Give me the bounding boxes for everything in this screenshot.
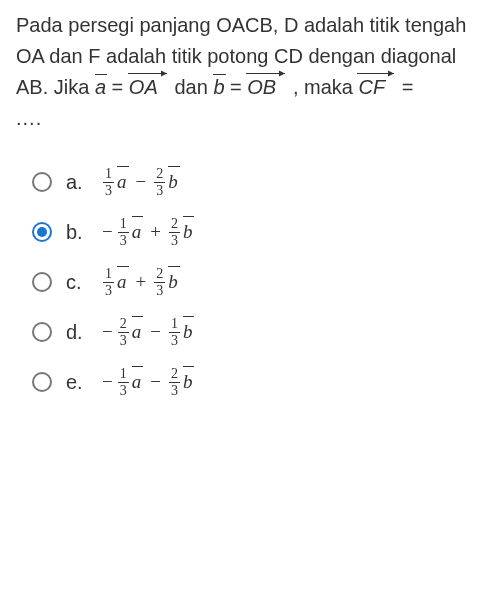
var-a: a bbox=[117, 267, 129, 296]
option-c[interactable]: c.13a+23b bbox=[32, 262, 484, 302]
operator: − bbox=[150, 367, 161, 396]
vector-OA: OA bbox=[129, 72, 158, 103]
option-label: d. bbox=[66, 317, 88, 348]
var-a: a bbox=[117, 167, 129, 196]
var-b: b bbox=[183, 317, 195, 346]
option-e[interactable]: e.−13a−23b bbox=[32, 362, 484, 402]
option-label: a. bbox=[66, 167, 88, 198]
fraction-2: 13 bbox=[169, 317, 180, 348]
fraction-1: 13 bbox=[118, 217, 129, 248]
option-a[interactable]: a.13a−23b bbox=[32, 162, 484, 202]
option-label: c. bbox=[66, 267, 88, 298]
radio-d[interactable] bbox=[32, 322, 52, 342]
var-b: b bbox=[168, 167, 180, 196]
option-d[interactable]: d.−23a−13b bbox=[32, 312, 484, 352]
option-b[interactable]: b.−13a+23b bbox=[32, 212, 484, 252]
fraction-1: 13 bbox=[103, 167, 114, 198]
option-expression: −13a+23b bbox=[102, 217, 194, 248]
vector-b: b bbox=[213, 72, 224, 103]
options-list: a.13a−23bb.−13a+23bc.13a+23bd.−23a−13be.… bbox=[32, 162, 484, 402]
vector-a: a bbox=[95, 72, 106, 103]
option-expression: −13a−23b bbox=[102, 367, 194, 398]
radio-b[interactable] bbox=[32, 222, 52, 242]
leading-minus: − bbox=[102, 217, 113, 246]
operator: + bbox=[136, 267, 147, 296]
var-a: a bbox=[132, 367, 144, 396]
option-expression: 13a−23b bbox=[102, 167, 180, 198]
fraction-1: 13 bbox=[103, 267, 114, 298]
operator: − bbox=[136, 167, 147, 196]
option-expression: −23a−13b bbox=[102, 317, 194, 348]
var-b: b bbox=[183, 217, 195, 246]
vector-CF: CF bbox=[358, 72, 385, 103]
var-b: b bbox=[183, 367, 195, 396]
fraction-2: 23 bbox=[169, 217, 180, 248]
fraction-1: 23 bbox=[118, 317, 129, 348]
radio-e[interactable] bbox=[32, 372, 52, 392]
blank-ellipsis: .... bbox=[16, 107, 42, 129]
radio-c[interactable] bbox=[32, 272, 52, 292]
option-label: b. bbox=[66, 217, 88, 248]
fraction-1: 13 bbox=[118, 367, 129, 398]
var-a: a bbox=[132, 317, 144, 346]
operator: + bbox=[150, 217, 161, 246]
fraction-2: 23 bbox=[154, 167, 165, 198]
radio-a[interactable] bbox=[32, 172, 52, 192]
var-b: b bbox=[168, 267, 180, 296]
fraction-2: 23 bbox=[169, 367, 180, 398]
operator: − bbox=[150, 317, 161, 346]
fraction-2: 23 bbox=[154, 267, 165, 298]
var-a: a bbox=[132, 217, 144, 246]
option-label: e. bbox=[66, 367, 88, 398]
leading-minus: − bbox=[102, 367, 113, 396]
option-expression: 13a+23b bbox=[102, 267, 180, 298]
question-text: Pada persegi panjang OACB, D adalah titi… bbox=[16, 10, 484, 134]
leading-minus: − bbox=[102, 317, 113, 346]
vector-OB: OB bbox=[247, 72, 276, 103]
